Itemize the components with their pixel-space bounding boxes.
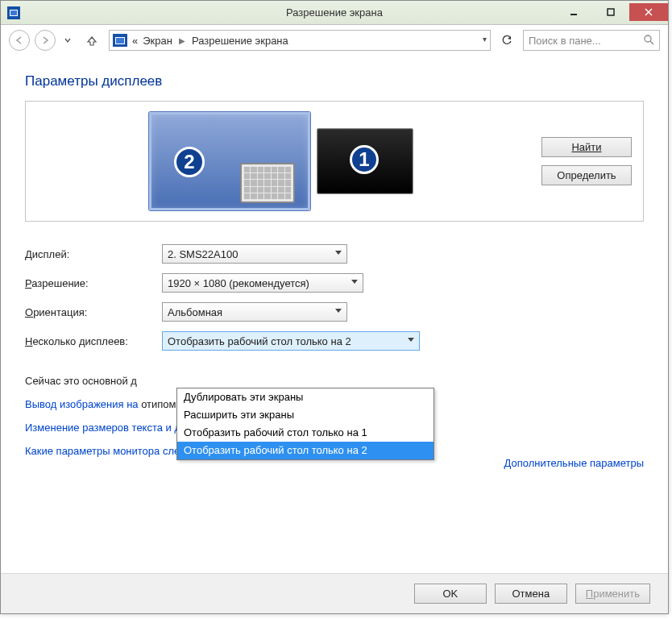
- orientation-combo[interactable]: Альбомная: [162, 302, 347, 322]
- navbar: « Экран ▶ Разрешение экрана ▾ Поиск в па…: [1, 25, 668, 56]
- monitor-1[interactable]: 1: [317, 128, 413, 194]
- chevron-down-icon: [335, 309, 342, 313]
- address-bar[interactable]: « Экран ▶ Разрешение экрана ▾: [109, 30, 491, 51]
- display-icon: [113, 34, 127, 47]
- identify-button[interactable]: Определить: [541, 165, 632, 185]
- window-title: Разрешение экрана: [1, 6, 668, 19]
- display-combo[interactable]: 2. SMS22A100: [162, 244, 347, 264]
- page-title: Параметры дисплеев: [25, 73, 644, 89]
- monitor-2[interactable]: 2: [149, 112, 310, 210]
- detect-button[interactable]: Найти: [541, 137, 632, 157]
- dropdown-option-extend[interactable]: Расширить эти экраны: [177, 406, 433, 424]
- content: Параметры дисплеев 2 1: [1, 56, 668, 573]
- window: Разрешение экрана « Экран ▶ Разрешение э…: [0, 0, 669, 614]
- ok-button[interactable]: OK: [414, 584, 487, 604]
- display-label: Дисплей:: [25, 248, 162, 260]
- forward-button[interactable]: [35, 30, 56, 51]
- chevron-right-icon: ▶: [177, 36, 187, 45]
- resolution-label: Разрешение:: [25, 277, 162, 289]
- advanced-settings-link[interactable]: Дополнительные параметры: [504, 457, 644, 469]
- project-link[interactable]: Вывод изображения на: [25, 398, 141, 410]
- search-placeholder: Поиск в пане...: [529, 35, 601, 47]
- search-icon: [643, 34, 656, 49]
- chevron-down-icon: [351, 280, 358, 284]
- dropdown-option-only1[interactable]: Отобразить рабочий стол только на 1: [177, 424, 433, 442]
- display-side-buttons: Найти Определить: [541, 137, 632, 185]
- orientation-label: Ориентация:: [25, 306, 162, 318]
- address-dropdown-icon[interactable]: ▾: [483, 35, 487, 44]
- footer: OK Отмена Применить: [1, 573, 668, 613]
- monitor-1-number: 1: [350, 145, 379, 174]
- breadcrumb-root: «: [132, 35, 138, 47]
- chevron-down-icon: [335, 251, 342, 255]
- advanced-settings-row: Дополнительные параметры: [504, 457, 644, 469]
- svg-line-5: [650, 41, 653, 44]
- primary-display-status: Сейчас это основной д: [25, 375, 644, 387]
- back-button[interactable]: [9, 30, 30, 51]
- display-arrangement: 2 1 Найти Определить: [25, 101, 644, 222]
- cancel-button[interactable]: Отмена: [495, 584, 567, 604]
- up-button[interactable]: [83, 31, 101, 49]
- monitor-2-number: 2: [174, 147, 205, 177]
- svg-point-4: [645, 35, 651, 42]
- history-dropdown[interactable]: [60, 30, 75, 51]
- chevron-down-icon: [408, 338, 414, 342]
- search-input[interactable]: Поиск в пане...: [523, 30, 660, 51]
- breadcrumb-resolution[interactable]: Разрешение экрана: [192, 35, 288, 47]
- monitor-preview[interactable]: 2 1: [37, 112, 525, 210]
- titlebar: Разрешение экрана: [1, 1, 668, 25]
- dropdown-option-only2[interactable]: Отобразить рабочий стол только на 2: [177, 442, 433, 459]
- multi-display-combo[interactable]: Отобразить рабочий стол только на 2: [162, 331, 420, 351]
- apply-button[interactable]: Применить: [575, 584, 650, 604]
- dropdown-option-duplicate[interactable]: Дублировать эти экраны: [177, 388, 433, 406]
- multi-display-label: Несколько дисплеев:: [25, 335, 162, 347]
- resolution-combo[interactable]: 1920 × 1080 (рекомендуется): [162, 273, 363, 293]
- multi-display-dropdown[interactable]: Дублировать эти экраны Расширить эти экр…: [176, 388, 434, 460]
- breadcrumb-screen[interactable]: Экран: [143, 35, 172, 47]
- refresh-button[interactable]: [496, 30, 518, 51]
- calendar-grid-icon: [240, 163, 295, 203]
